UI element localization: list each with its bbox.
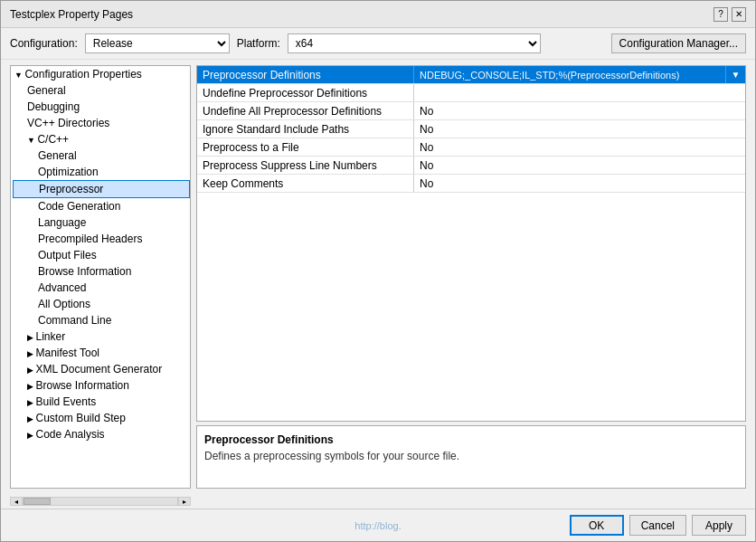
sidebar-item-custom-build-step[interactable]: ▶ Custom Build Step [13,410,190,426]
prop-row-undefine-all[interactable]: Undefine All Preprocessor Definitions No [197,102,745,120]
prop-name-suppress-line: Preprocess Suppress Line Numbers [197,157,414,174]
sidebar-item-precompiled-headers[interactable]: Precompiled Headers [13,231,190,247]
close-button[interactable]: ✕ [732,7,746,22]
desc-title: Preprocessor Definitions [204,433,738,446]
prop-header-value: NDEBUG;_CONSOLE;IL_STD;%(PreprocessorDef… [414,66,725,83]
watermark: http://blog. [354,520,401,531]
custom-expand-icon: ▶ [27,414,36,423]
sidebar-item-advanced[interactable]: Advanced [13,280,190,296]
prop-header-dropdown[interactable]: ▼ [725,66,745,83]
manifest-expand-icon: ▶ [27,349,36,358]
cancel-button[interactable]: Cancel [629,515,686,536]
expand-icon: ▼ [14,71,24,80]
build-expand-icon: ▶ [27,398,36,407]
property-pages-dialog: Testcplex Property Pages ? ✕ Configurati… [0,0,756,542]
sidebar-item-language[interactable]: Language [13,214,190,231]
help-button[interactable]: ? [713,7,728,22]
sidebar-item-xml-doc-gen[interactable]: ▶ XML Document Generator [13,361,190,377]
xml-expand-icon: ▶ [27,366,36,375]
sidebar-item-debugging[interactable]: Debugging [13,99,190,115]
prop-header-row[interactable]: Preprocessor Definitions NDEBUG;_CONSOLE… [197,66,745,84]
properties-table: Preprocessor Definitions NDEBUG;_CONSOLE… [196,65,746,422]
sidebar-item-command-line[interactable]: Command Line [13,312,190,328]
sidebar-item-browse-info-cpp[interactable]: Browse Information [13,263,190,280]
h-scrollbar-thumb[interactable] [24,498,51,505]
description-box: Preprocessor Definitions Defines a prepr… [196,425,746,489]
sidebar-item-vc-directories[interactable]: VC++ Directories [13,115,190,131]
prop-value-preprocess-file: No [414,138,745,156]
browse-expand-icon: ▶ [27,382,36,391]
sidebar-item-optimization[interactable]: Optimization [13,164,190,180]
sidebar-item-code-generation[interactable]: Code Generation [13,198,190,214]
config-row: Configuration: Release Platform: x64 Con… [1,28,755,60]
tree-root: ▼ Configuration Properties General Debug… [11,66,190,442]
platform-label: Platform: [237,37,280,50]
config-label: Configuration: [10,37,78,50]
title-bar-buttons: ? ✕ [713,7,746,22]
config-manager-button[interactable]: Configuration Manager... [611,33,746,53]
config-select[interactable]: Release [85,33,230,53]
h-scrollbar-container: ◂ ▸ [10,496,191,507]
linker-expand-icon: ▶ [27,333,36,342]
cpp-expand-icon: ▼ [27,136,37,145]
prop-value-suppress-line: No [414,157,745,174]
code-analysis-expand-icon: ▶ [27,431,36,440]
prop-name-undefine-pp: Undefine Preprocessor Definitions [197,84,414,101]
desc-text: Defines a preprocessing symbols for your… [204,450,738,462]
prop-name-preprocess-file: Preprocess to a File [197,138,414,156]
scroll-left-button[interactable]: ◂ [10,497,23,506]
title-bar: Testcplex Property Pages ? ✕ [1,1,755,28]
dialog-title: Testcplex Property Pages [10,8,133,21]
sidebar-item-output-files[interactable]: Output Files [13,247,190,263]
sidebar-item-general[interactable]: General [13,82,190,99]
sidebar-item-linker[interactable]: ▶ Linker [13,328,190,345]
prop-value-keep-comments: No [414,175,745,192]
prop-row-undefine-pp[interactable]: Undefine Preprocessor Definitions [197,84,745,102]
tree-item-config-properties[interactable]: ▼ Configuration Properties [13,66,190,82]
sidebar-item-all-options[interactable]: All Options [13,296,190,312]
prop-row-preprocess-file[interactable]: Preprocess to a File No [197,138,745,157]
prop-name-ignore-paths: Ignore Standard Include Paths [197,120,414,138]
sidebar-item-browse-info[interactable]: ▶ Browse Information [13,377,190,394]
left-panel: ▼ Configuration Properties General Debug… [10,65,191,489]
main-content: ▼ Configuration Properties General Debug… [1,60,755,494]
prop-value-ignore-paths: No [414,120,745,138]
sidebar-item-cpp-general[interactable]: General [13,147,190,164]
prop-name-keep-comments: Keep Comments [197,175,414,192]
prop-name-undefine-all: Undefine All Preprocessor Definitions [197,102,414,119]
right-panel: Preprocessor Definitions NDEBUG;_CONSOLE… [196,65,746,489]
bottom-bar: http://blog. OK Cancel Apply [1,509,755,541]
prop-header-name: Preprocessor Definitions [197,66,414,83]
sidebar-item-cpp[interactable]: ▼ C/C++ [13,131,190,147]
apply-button[interactable]: Apply [692,515,746,536]
ok-button[interactable]: OK [570,515,624,536]
sidebar-item-build-events[interactable]: ▶ Build Events [13,394,190,410]
sidebar-item-code-analysis[interactable]: ▶ Code Analysis [13,426,190,442]
prop-value-undefine-pp [414,84,745,101]
h-scrollbar[interactable] [23,497,178,506]
scroll-right-button[interactable]: ▸ [178,497,191,506]
prop-value-undefine-all: No [414,102,745,119]
prop-row-keep-comments[interactable]: Keep Comments No [197,175,745,193]
sidebar-item-preprocessor[interactable]: Preprocessor [13,180,190,198]
prop-row-suppress-line[interactable]: Preprocess Suppress Line Numbers No [197,157,745,175]
platform-select[interactable]: x64 [288,33,541,53]
scrollbar-area: ◂ ▸ [1,494,755,509]
sidebar-item-manifest-tool[interactable]: ▶ Manifest Tool [13,345,190,361]
prop-row-ignore-paths[interactable]: Ignore Standard Include Paths No [197,120,745,138]
